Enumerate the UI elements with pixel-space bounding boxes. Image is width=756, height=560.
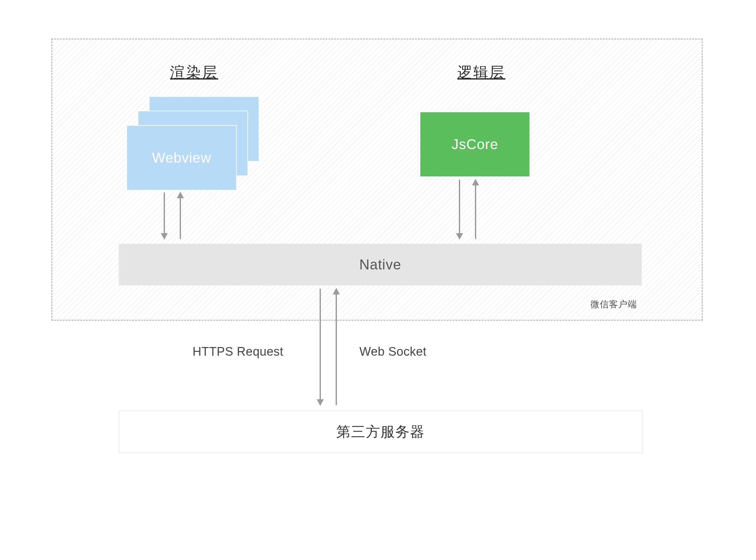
https-request-label: HTTPS Request: [193, 345, 283, 359]
websocket-label: Web Socket: [360, 345, 426, 359]
native-label: Native: [360, 257, 402, 273]
arrows-native-server: [319, 289, 337, 405]
arrow-down-icon: [319, 289, 321, 405]
webview-card-front: Webview: [127, 125, 237, 191]
jscore-box: JsCore: [420, 112, 529, 176]
third-party-server-box: 第三方服务器: [119, 411, 642, 453]
arrows-logic-native: [459, 180, 476, 239]
native-box: Native: [119, 244, 642, 285]
wechat-client-label: 微信客户端: [590, 298, 637, 311]
arrow-up-icon: [180, 193, 181, 239]
arrow-down-icon: [459, 180, 460, 239]
render-layer-title: 渲染层: [170, 63, 218, 82]
logic-layer-title: 逻辑层: [457, 63, 505, 82]
webview-label: Webview: [152, 150, 211, 166]
arrow-up-icon: [336, 289, 337, 405]
arrow-up-icon: [475, 180, 476, 239]
arrows-render-native: [164, 193, 181, 239]
webview-stack: Webview: [127, 96, 248, 191]
diagram-canvas: 微信客户端 渲染层 逻辑层 Webview JsCore Native HTTP…: [0, 0, 756, 560]
arrow-down-icon: [164, 193, 165, 239]
server-label: 第三方服务器: [336, 422, 425, 441]
jscore-label: JsCore: [451, 136, 498, 152]
